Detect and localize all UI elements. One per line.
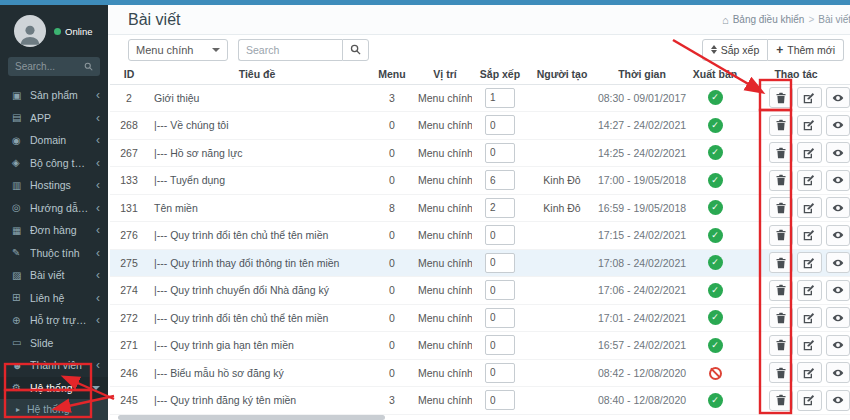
edit-button[interactable] <box>797 197 821 218</box>
sidebar-item-8[interactable]: ▨Bài viết‹ <box>0 264 108 287</box>
edit-button[interactable] <box>797 335 821 356</box>
column-header-8: Thao tác <box>742 64 850 84</box>
view-button[interactable] <box>826 225 850 246</box>
delete-button[interactable] <box>769 390 793 411</box>
edit-button[interactable] <box>797 87 821 108</box>
order-input[interactable] <box>485 225 515 245</box>
order-input[interactable] <box>485 88 515 108</box>
order-input[interactable] <box>485 170 515 190</box>
sidebar-item-10[interactable]: ⊕Hỗ trợ trực tuyến‹ <box>0 309 108 332</box>
horizontal-scrollbar[interactable] <box>118 415 385 420</box>
edit-button[interactable] <box>797 225 821 246</box>
edit-button[interactable] <box>797 280 821 301</box>
view-button[interactable] <box>826 280 850 301</box>
sidebar-item-7[interactable]: ✎Thuộc tính‹ <box>0 242 108 265</box>
sidebar-item-5[interactable]: ◎Hướng dẫn sử dụng‹ <box>0 197 108 220</box>
delete-button[interactable] <box>769 142 793 163</box>
cell-position: Menu chính <box>418 84 472 112</box>
sidebar-item-6[interactable]: ▦Đơn hàng‹ <box>0 219 108 242</box>
view-button[interactable] <box>826 335 850 356</box>
sidebar-item-4[interactable]: ▥Hostings‹ <box>0 174 108 197</box>
view-button[interactable] <box>826 87 850 108</box>
delete-button[interactable] <box>769 87 793 108</box>
sidebar-item-1[interactable]: ▤APP‹ <box>0 107 108 130</box>
cell-actions <box>742 84 850 112</box>
column-header-7: Xuất bản <box>688 64 742 84</box>
cell-position: Menu chính <box>418 167 472 195</box>
view-button[interactable] <box>826 362 850 383</box>
user-panel: Online <box>0 5 108 51</box>
delete-button[interactable] <box>769 115 793 136</box>
add-new-button[interactable]: + Thêm mới <box>768 39 844 61</box>
pencil-icon: ✎ <box>12 247 23 258</box>
table-row: 267|--- Hồ sơ năng lực0Menu chính14:25 -… <box>110 139 850 167</box>
cell-position: Menu chính <box>418 249 472 277</box>
sidebar-search-input[interactable]: Search... <box>8 57 100 76</box>
delete-button[interactable] <box>769 362 793 383</box>
sidebar-item-9[interactable]: ⊞Liên hệ‹ <box>0 287 108 310</box>
edit-button[interactable] <box>797 307 821 328</box>
edit-icon <box>803 202 815 214</box>
book-icon: ◎ <box>12 202 23 213</box>
cell-time: 17:00 - 19/05/2018 <box>596 167 688 195</box>
edit-button[interactable] <box>797 142 821 163</box>
sidebar-item-3[interactable]: ◈Bộ công thương‹ <box>0 152 108 175</box>
sort-button[interactable]: Sắp xếp <box>702 39 769 61</box>
search-icon[interactable] <box>84 62 93 71</box>
view-button[interactable] <box>826 142 850 163</box>
view-button[interactable] <box>826 307 850 328</box>
sidebar-item-12[interactable]: ☻Thành viên‹ <box>0 354 108 377</box>
delete-button[interactable] <box>769 225 793 246</box>
menu-filter-value: Menu chính <box>136 44 193 56</box>
edit-button[interactable] <box>797 252 821 273</box>
sidebar-item-2[interactable]: ◉Domain‹ <box>0 129 108 152</box>
edit-button[interactable] <box>797 115 821 136</box>
order-input[interactable] <box>485 143 515 163</box>
avatar[interactable] <box>14 15 46 47</box>
delete-button[interactable] <box>769 280 793 301</box>
cell-creator <box>528 387 596 415</box>
delete-button[interactable] <box>769 252 793 273</box>
cell-actions <box>742 277 850 305</box>
order-input[interactable] <box>485 363 515 383</box>
view-button[interactable] <box>826 252 850 273</box>
order-input[interactable] <box>485 335 515 355</box>
search-button[interactable] <box>342 39 369 61</box>
cell-published: ✓ <box>688 304 742 332</box>
order-input[interactable] <box>485 390 515 410</box>
menu-filter-select[interactable]: Menu chính <box>128 39 228 61</box>
sidebar-item-11[interactable]: ▭Slide <box>0 332 108 355</box>
order-input[interactable] <box>485 280 515 300</box>
order-input[interactable] <box>485 115 515 135</box>
cell-position: Menu chính <box>418 139 472 167</box>
table-row: 268|--- Về chúng tôi0Menu chính14:27 - 2… <box>110 112 850 140</box>
delete-button[interactable] <box>769 335 793 356</box>
cell-order <box>472 359 528 387</box>
search-input[interactable] <box>238 39 342 61</box>
edit-button[interactable] <box>797 390 821 411</box>
edit-button[interactable] <box>797 362 821 383</box>
action-buttons <box>742 252 850 273</box>
delete-button[interactable] <box>769 197 793 218</box>
cell-menu-count: 0 <box>366 304 418 332</box>
trash-icon <box>775 174 787 186</box>
order-input[interactable] <box>485 253 515 273</box>
delete-button[interactable] <box>769 307 793 328</box>
order-input[interactable] <box>485 308 515 328</box>
delete-button[interactable] <box>769 170 793 191</box>
sidebar-item-0[interactable]: ▣Sản phẩm‹ <box>0 84 108 107</box>
order-input[interactable] <box>485 198 515 218</box>
published-status-icon: ✓ <box>708 200 723 215</box>
cell-title: |--- Quy trình chuyển đổi Nhà đăng ký <box>148 277 366 305</box>
breadcrumb-current: Bài viết <box>818 14 850 25</box>
cell-menu-count: 0 <box>366 222 418 250</box>
view-button[interactable] <box>826 197 850 218</box>
view-button[interactable] <box>826 390 850 411</box>
view-button[interactable] <box>826 115 850 136</box>
view-button[interactable] <box>826 170 850 191</box>
cell-creator <box>528 112 596 140</box>
edit-button[interactable] <box>797 170 821 191</box>
sidebar-subitem-0[interactable]: ▸Hệ thống <box>0 399 108 419</box>
sidebar-item-13[interactable]: ⚙Hệ thống <box>0 377 108 400</box>
breadcrumb-dashboard-link[interactable]: Bảng điều khiển <box>733 14 805 25</box>
